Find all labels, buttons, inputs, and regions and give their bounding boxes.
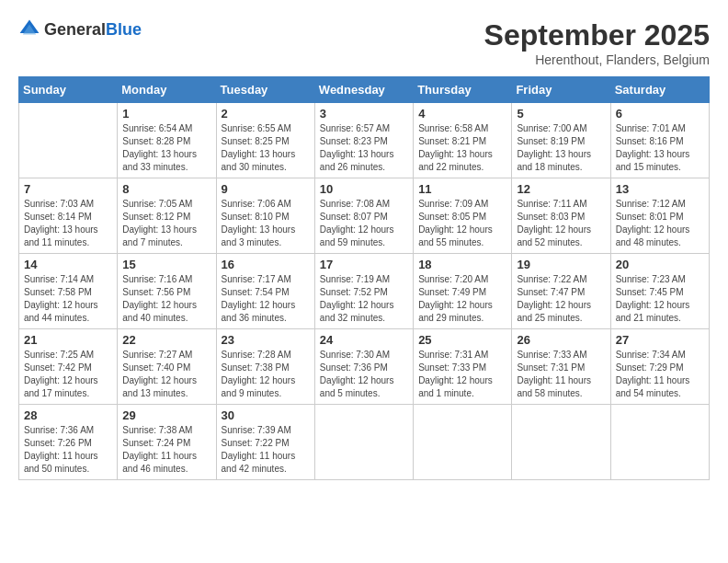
- day-number: 10: [320, 182, 408, 196]
- day-number: 18: [418, 258, 506, 271]
- calendar-cell: 25Sunrise: 7:31 AM Sunset: 7:33 PM Dayli…: [414, 329, 512, 405]
- calendar-cell: 26Sunrise: 7:33 AM Sunset: 7:31 PM Dayli…: [512, 329, 610, 405]
- day-info: Sunrise: 7:01 AM Sunset: 8:16 PM Dayligh…: [616, 122, 704, 174]
- logo-icon: [18, 18, 40, 40]
- calendar-header-sunday: Sunday: [19, 77, 118, 103]
- day-info: Sunrise: 7:36 AM Sunset: 7:26 PM Dayligh…: [24, 424, 112, 476]
- calendar-cell: 21Sunrise: 7:25 AM Sunset: 7:42 PM Dayli…: [19, 329, 118, 405]
- calendar-cell: 10Sunrise: 7:08 AM Sunset: 8:07 PM Dayli…: [314, 178, 413, 254]
- day-number: 21: [24, 333, 112, 347]
- day-info: Sunrise: 7:03 AM Sunset: 8:14 PM Dayligh…: [24, 198, 112, 249]
- day-number: 17: [320, 258, 408, 271]
- calendar-cell: 6Sunrise: 7:01 AM Sunset: 8:16 PM Daylig…: [610, 103, 709, 178]
- calendar-cell: [512, 405, 610, 480]
- day-number: 12: [517, 182, 605, 196]
- day-info: Sunrise: 7:34 AM Sunset: 7:29 PM Dayligh…: [616, 349, 704, 400]
- calendar-header-wednesday: Wednesday: [314, 77, 413, 103]
- day-number: 20: [616, 258, 704, 271]
- day-info: Sunrise: 7:25 AM Sunset: 7:42 PM Dayligh…: [24, 349, 112, 400]
- calendar-header-row: SundayMondayTuesdayWednesdayThursdayFrid…: [19, 77, 710, 103]
- day-number: 16: [222, 258, 310, 271]
- calendar-header-friday: Friday: [512, 77, 610, 103]
- day-number: 19: [517, 258, 605, 271]
- calendar-cell: 30Sunrise: 7:39 AM Sunset: 7:22 PM Dayli…: [216, 405, 314, 480]
- calendar-table: SundayMondayTuesdayWednesdayThursdayFrid…: [18, 76, 710, 480]
- calendar-cell: 11Sunrise: 7:09 AM Sunset: 8:05 PM Dayli…: [414, 178, 512, 254]
- calendar-cell: 5Sunrise: 7:00 AM Sunset: 8:19 PM Daylig…: [512, 103, 610, 178]
- calendar-cell: 9Sunrise: 7:06 AM Sunset: 8:10 PM Daylig…: [216, 178, 314, 254]
- day-info: Sunrise: 7:12 AM Sunset: 8:01 PM Dayligh…: [616, 198, 704, 249]
- calendar-cell: 27Sunrise: 7:34 AM Sunset: 7:29 PM Dayli…: [610, 329, 709, 405]
- day-number: 24: [320, 333, 408, 347]
- calendar-header-tuesday: Tuesday: [216, 77, 314, 103]
- day-info: Sunrise: 7:33 AM Sunset: 7:31 PM Dayligh…: [517, 349, 605, 400]
- day-info: Sunrise: 7:39 AM Sunset: 7:22 PM Dayligh…: [222, 424, 310, 476]
- calendar-week-row-5: 28Sunrise: 7:36 AM Sunset: 7:26 PM Dayli…: [19, 405, 710, 480]
- day-number: 11: [418, 182, 506, 196]
- calendar-header-thursday: Thursday: [414, 77, 512, 103]
- calendar-cell: 24Sunrise: 7:30 AM Sunset: 7:36 PM Dayli…: [314, 329, 413, 405]
- day-info: Sunrise: 7:23 AM Sunset: 7:45 PM Dayligh…: [616, 273, 704, 325]
- day-info: Sunrise: 7:05 AM Sunset: 8:12 PM Dayligh…: [122, 198, 210, 249]
- day-number: 25: [418, 333, 506, 347]
- day-info: Sunrise: 7:28 AM Sunset: 7:38 PM Dayligh…: [222, 349, 310, 400]
- day-number: 9: [222, 182, 310, 196]
- day-info: Sunrise: 7:22 AM Sunset: 7:47 PM Dayligh…: [517, 273, 605, 325]
- day-number: 23: [222, 333, 310, 347]
- calendar-cell: [610, 405, 709, 480]
- day-info: Sunrise: 7:19 AM Sunset: 7:52 PM Dayligh…: [320, 273, 408, 325]
- day-info: Sunrise: 6:57 AM Sunset: 8:23 PM Dayligh…: [320, 122, 408, 174]
- day-info: Sunrise: 7:17 AM Sunset: 7:54 PM Dayligh…: [222, 273, 310, 325]
- day-number: 27: [616, 333, 704, 347]
- day-info: Sunrise: 6:54 AM Sunset: 8:28 PM Dayligh…: [122, 122, 210, 174]
- day-info: Sunrise: 7:06 AM Sunset: 8:10 PM Dayligh…: [222, 198, 310, 249]
- calendar-cell: 19Sunrise: 7:22 AM Sunset: 7:47 PM Dayli…: [512, 254, 610, 329]
- calendar-week-row-3: 14Sunrise: 7:14 AM Sunset: 7:58 PM Dayli…: [19, 254, 710, 329]
- day-info: Sunrise: 7:20 AM Sunset: 7:49 PM Dayligh…: [418, 273, 506, 325]
- day-info: Sunrise: 7:14 AM Sunset: 7:58 PM Dayligh…: [24, 273, 112, 325]
- logo-text-blue: Blue: [106, 20, 142, 39]
- day-info: Sunrise: 7:00 AM Sunset: 8:19 PM Dayligh…: [517, 122, 605, 174]
- logo: GeneralBlue: [18, 18, 142, 40]
- day-info: Sunrise: 7:38 AM Sunset: 7:24 PM Dayligh…: [122, 424, 210, 476]
- calendar-header-monday: Monday: [118, 77, 216, 103]
- calendar-cell: 12Sunrise: 7:11 AM Sunset: 8:03 PM Dayli…: [512, 178, 610, 254]
- title-area: September 2025 Herenthout, Flanders, Bel…: [484, 18, 710, 67]
- day-number: 28: [24, 408, 112, 422]
- day-number: 15: [122, 258, 210, 271]
- day-number: 14: [24, 258, 112, 271]
- day-info: Sunrise: 7:16 AM Sunset: 7:56 PM Dayligh…: [122, 273, 210, 325]
- day-info: Sunrise: 6:58 AM Sunset: 8:21 PM Dayligh…: [418, 122, 506, 174]
- calendar-cell: 2Sunrise: 6:55 AM Sunset: 8:25 PM Daylig…: [216, 103, 314, 178]
- location-title: Herenthout, Flanders, Belgium: [484, 52, 710, 67]
- day-number: 30: [222, 408, 310, 422]
- calendar-cell: 3Sunrise: 6:57 AM Sunset: 8:23 PM Daylig…: [314, 103, 413, 178]
- calendar-cell: 28Sunrise: 7:36 AM Sunset: 7:26 PM Dayli…: [19, 405, 118, 480]
- day-info: Sunrise: 7:27 AM Sunset: 7:40 PM Dayligh…: [122, 349, 210, 400]
- page-header: GeneralBlue September 2025 Herenthout, F…: [18, 18, 710, 67]
- calendar-cell: 18Sunrise: 7:20 AM Sunset: 7:49 PM Dayli…: [414, 254, 512, 329]
- day-number: 8: [122, 182, 210, 196]
- calendar-cell: 22Sunrise: 7:27 AM Sunset: 7:40 PM Dayli…: [118, 329, 216, 405]
- day-info: Sunrise: 7:30 AM Sunset: 7:36 PM Dayligh…: [320, 349, 408, 400]
- calendar-cell: 15Sunrise: 7:16 AM Sunset: 7:56 PM Dayli…: [118, 254, 216, 329]
- calendar-cell: 14Sunrise: 7:14 AM Sunset: 7:58 PM Dayli…: [19, 254, 118, 329]
- day-info: Sunrise: 7:11 AM Sunset: 8:03 PM Dayligh…: [517, 198, 605, 249]
- day-info: Sunrise: 7:09 AM Sunset: 8:05 PM Dayligh…: [418, 198, 506, 249]
- calendar-cell: [314, 405, 413, 480]
- day-number: 2: [222, 107, 310, 121]
- calendar-cell: 13Sunrise: 7:12 AM Sunset: 8:01 PM Dayli…: [610, 178, 709, 254]
- calendar-cell: 16Sunrise: 7:17 AM Sunset: 7:54 PM Dayli…: [216, 254, 314, 329]
- calendar-cell: 4Sunrise: 6:58 AM Sunset: 8:21 PM Daylig…: [414, 103, 512, 178]
- day-number: 6: [616, 107, 704, 121]
- month-title: September 2025: [484, 18, 710, 52]
- logo-text-general: General: [44, 20, 106, 39]
- calendar-cell: 7Sunrise: 7:03 AM Sunset: 8:14 PM Daylig…: [19, 178, 118, 254]
- day-number: 1: [122, 107, 210, 121]
- day-number: 29: [122, 408, 210, 422]
- calendar-week-row-1: 1Sunrise: 6:54 AM Sunset: 8:28 PM Daylig…: [19, 103, 710, 178]
- day-number: 5: [517, 107, 605, 121]
- day-number: 22: [122, 333, 210, 347]
- calendar-cell: 1Sunrise: 6:54 AM Sunset: 8:28 PM Daylig…: [118, 103, 216, 178]
- calendar-week-row-2: 7Sunrise: 7:03 AM Sunset: 8:14 PM Daylig…: [19, 178, 710, 254]
